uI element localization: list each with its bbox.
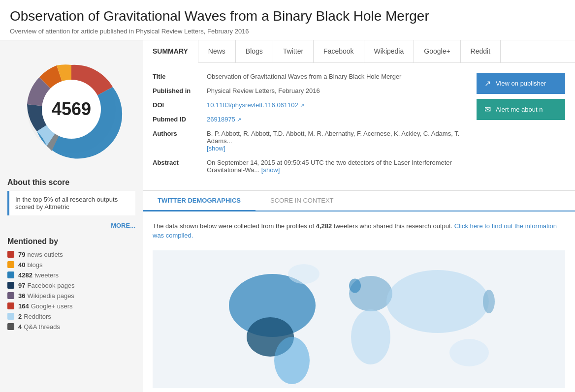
mention-count: 97 (18, 282, 25, 289)
doi-ext-icon: ↗ (300, 102, 304, 108)
action-buttons: ↗ View on publisher ✉ Alert me about n (477, 73, 565, 181)
pubmed-row: Pubmed ID 26918975 ↗ (153, 116, 467, 123)
world-map-svg (153, 250, 565, 388)
svg-point-4 (274, 337, 310, 384)
mentioned-by-heading: Mentioned by (7, 237, 135, 246)
mention-item: 164 Google+ users (7, 302, 135, 310)
mention-label: Facebook pages (27, 282, 74, 289)
mention-item: 4282 tweeters (7, 271, 135, 279)
doi-value: 10.1103/physrevlett.116.061102 ↗ (207, 101, 467, 109)
map-container (153, 250, 565, 388)
authors-text: B. P. Abbott, R. Abbott, T.D. Abbott, M.… (207, 130, 459, 145)
mention-label: Google+ users (31, 302, 73, 310)
title-value: Observation of Gravitational Waves from … (207, 73, 467, 80)
tabs-bar: SUMMARYNewsBlogsTwitterFacebookWikipedia… (143, 40, 575, 63)
page-subtitle: Overview of attention for article publis… (10, 28, 565, 35)
title-row: Title Observation of Gravitational Waves… (153, 73, 467, 80)
authors-row: Authors B. P. Abbott, R. Abbott, T.D. Ab… (153, 130, 467, 152)
mention-count: 2 (18, 313, 22, 320)
mention-label: blogs (27, 261, 42, 269)
mention-dot (7, 261, 14, 268)
tab-news[interactable]: News (198, 40, 236, 62)
alert-button[interactable]: ✉ Alert me about n (477, 99, 565, 120)
mention-dot (7, 292, 14, 299)
mention-label: Q&A threads (24, 323, 60, 331)
doi-label: DOI (153, 101, 207, 109)
svg-point-7 (386, 270, 489, 333)
svg-point-6 (351, 309, 390, 364)
pubmed-ext-icon: ↗ (237, 117, 241, 122)
authors-value: B. P. Abbott, R. Abbott, T.D. Abbott, M.… (207, 130, 467, 152)
tab-blogs[interactable]: Blogs (236, 40, 273, 62)
page-header: Observation of Gravitational Waves from … (0, 0, 575, 40)
page-title: Observation of Gravitational Waves from … (10, 8, 565, 25)
alert-icon: ✉ (484, 105, 491, 114)
donut-score: 4569 (52, 99, 91, 119)
mention-item: 40 blogs (7, 261, 135, 269)
pubmed-value: 26918975 ↗ (207, 116, 467, 123)
view-publisher-icon: ↗ (484, 79, 491, 88)
tweeter-count: 4,282 (316, 222, 332, 230)
tab-googleplus[interactable]: Google+ (414, 40, 460, 62)
mention-item: 36 Wikipedia pages (7, 292, 135, 300)
main-content: SUMMARYNewsBlogsTwitterFacebookWikipedia… (143, 40, 575, 392)
tab-facebook[interactable]: Facebook (314, 40, 364, 62)
mention-count: 40 (18, 261, 25, 269)
intro-text: The data shown below were collected from… (153, 222, 314, 230)
tab-wikipedia[interactable]: Wikipedia (364, 40, 415, 62)
donut-center: 4569 (52, 99, 91, 120)
score-in-context-tab[interactable]: SCORE IN CONTEXT (256, 191, 349, 211)
svg-point-8 (449, 339, 489, 366)
mention-label: tweeters (34, 271, 59, 279)
pubmed-link[interactable]: 26918975 (207, 116, 235, 123)
mention-count: 164 (18, 302, 29, 310)
mentioned-by-section: Mentioned by 79 news outlets 40 blogs 42… (7, 237, 135, 331)
mention-label: Redditors (24, 313, 51, 320)
published-row: Published in Physical Review Letters, Fe… (153, 87, 467, 94)
more-link[interactable]: MORE... (111, 222, 135, 229)
demographics-content: The data shown below were collected from… (143, 211, 575, 392)
mention-dot (7, 302, 14, 309)
pubmed-label: Pubmed ID (153, 116, 207, 123)
authors-show-link[interactable]: [show] (207, 145, 225, 152)
title-label: Title (153, 73, 207, 80)
mention-label: Wikipedia pages (27, 292, 74, 300)
demographics-intro: The data shown below were collected from… (153, 221, 565, 241)
svg-point-10 (349, 278, 361, 293)
mention-item: 79 news outlets (7, 251, 135, 258)
twitter-demographics-tab[interactable]: TWITTER DEMOGRAPHICS (143, 191, 256, 211)
abstract-value: On September 14, 2015 at 09:50:45 UTC th… (207, 159, 467, 174)
tab-reddit[interactable]: Reddit (461, 40, 501, 62)
svg-point-9 (288, 264, 319, 284)
summary-panel: Title Observation of Gravitational Waves… (143, 63, 575, 190)
tweeter-suffix: tweeters who shared this research output… (334, 222, 452, 230)
mention-dot (7, 323, 14, 330)
about-score-heading: About this score (7, 178, 135, 187)
mention-dot (7, 251, 14, 258)
published-label: Published in (153, 87, 207, 94)
published-value: Physical Review Letters, February 2016 (207, 87, 467, 94)
doi-row: DOI 10.1103/physrevlett.116.061102 ↗ (153, 101, 467, 109)
sidebar: 4569 About this score In the top 5% of a… (0, 40, 143, 392)
summary-table: Title Observation of Gravitational Waves… (153, 73, 467, 181)
view-publisher-label: View on publisher (496, 80, 546, 87)
abstract-show-link[interactable]: [show] (261, 166, 280, 174)
abstract-row: Abstract On September 14, 2015 at 09:50:… (153, 159, 467, 174)
abstract-label: Abstract (153, 159, 207, 174)
mention-count: 4 (18, 323, 22, 331)
donut-chart: 4569 (12, 50, 130, 168)
abstract-text: On September 14, 2015 at 09:50:45 UTC th… (207, 159, 452, 174)
tab-twitter[interactable]: Twitter (273, 40, 314, 62)
mention-dot (7, 271, 14, 278)
tab-summary[interactable]: SUMMARY (143, 40, 198, 63)
svg-point-11 (483, 290, 495, 313)
mention-item: 4 Q&A threads (7, 323, 135, 331)
doi-link[interactable]: 10.1103/physrevlett.116.061102 (207, 101, 298, 109)
authors-label: Authors (153, 130, 207, 152)
mention-count: 36 (18, 292, 25, 300)
mention-count: 4282 (18, 271, 32, 279)
demographics-tabs: TWITTER DEMOGRAPHICS SCORE IN CONTEXT (143, 191, 575, 211)
view-publisher-button[interactable]: ↗ View on publisher (477, 73, 565, 94)
mention-item: 2 Redditors (7, 313, 135, 320)
alert-label: Alert me about n (496, 106, 543, 113)
